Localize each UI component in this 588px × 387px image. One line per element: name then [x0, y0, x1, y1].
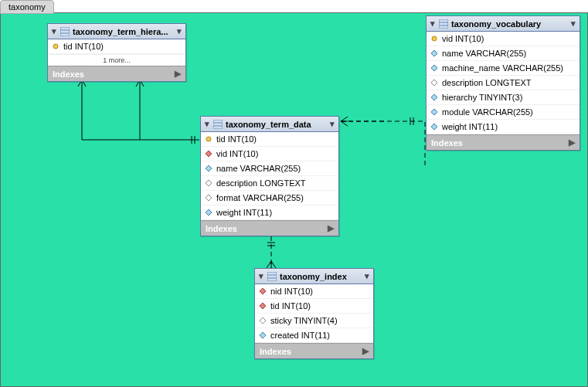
column-label: vid INT(10) — [216, 149, 258, 158]
indexes-label: Indexes — [206, 224, 237, 233]
table-icon — [439, 19, 448, 29]
column-row[interactable]: weight INT(11) — [427, 120, 580, 134]
column-label: tid INT(10) — [63, 42, 104, 51]
column-row[interactable]: tid INT(10) — [48, 39, 185, 54]
menu-icon[interactable]: ▾ — [329, 119, 335, 129]
svg-marker-18 — [431, 65, 437, 71]
indexes-label: Indexes — [53, 70, 84, 79]
column-label: sticky TINYINT(4) — [270, 316, 338, 325]
column-row[interactable]: tid INT(10) — [201, 132, 338, 147]
column-label: description LONGTEXT — [442, 78, 532, 87]
column-row[interactable]: machine_name VARCHAR(255) — [427, 61, 580, 76]
collapse-icon[interactable]: ▾ — [204, 119, 210, 129]
column-row[interactable]: tid INT(10) — [255, 299, 373, 314]
svg-marker-27 — [260, 303, 266, 309]
svg-rect-13 — [439, 19, 448, 29]
svg-marker-19 — [431, 80, 437, 86]
column-row[interactable]: format VARCHAR(255) — [201, 191, 338, 205]
column-label: format VARCHAR(255) — [216, 193, 304, 202]
column-icon — [430, 79, 438, 87]
table-header[interactable]: ▾ taxonomy_vocabulary ▾ — [427, 16, 580, 32]
schema-tab[interactable]: taxonomy — [0, 0, 54, 14]
column-row[interactable]: vid INT(10) — [201, 147, 338, 161]
column-row[interactable]: vid INT(10) — [427, 32, 580, 46]
menu-icon[interactable]: ▾ — [176, 26, 182, 36]
primary-key-icon — [52, 42, 59, 50]
column-row[interactable]: created INT(11) — [255, 328, 373, 343]
column-row[interactable]: description LONGTEXT — [201, 176, 338, 191]
column-icon — [205, 165, 212, 172]
column-row[interactable]: sticky TINYINT(4) — [255, 314, 373, 328]
table-header[interactable]: ▾ taxonomy_term_data ▾ — [201, 117, 338, 132]
column-icon — [205, 209, 212, 216]
column-label: tid INT(10) — [270, 301, 311, 311]
svg-point-16 — [432, 36, 437, 41]
menu-icon[interactable]: ▾ — [364, 271, 370, 281]
column-icon — [430, 123, 438, 131]
collapse-icon[interactable]: ▾ — [51, 26, 57, 36]
svg-marker-9 — [206, 165, 212, 171]
column-row[interactable]: weight INT(11) — [201, 205, 338, 220]
svg-marker-28 — [260, 317, 266, 324]
table-icon — [60, 27, 70, 36]
svg-rect-4 — [213, 120, 223, 129]
svg-marker-11 — [206, 195, 212, 201]
svg-rect-0 — [60, 27, 70, 36]
column-label: tid INT(10) — [216, 134, 257, 144]
indexes-section[interactable]: Indexes ▶ — [255, 343, 373, 358]
table-title: taxonomy_vocabulary — [451, 19, 541, 29]
column-icon — [259, 317, 267, 324]
table-header[interactable]: ▾ taxonomy_index ▾ — [255, 269, 373, 284]
svg-marker-17 — [431, 50, 437, 56]
table-icon — [267, 272, 277, 281]
column-icon — [205, 179, 212, 187]
indexes-section[interactable]: Indexes ▶ — [427, 134, 580, 150]
collapse-icon[interactable]: ▾ — [430, 19, 436, 29]
column-icon — [430, 49, 438, 57]
column-row[interactable]: name VARCHAR(255) — [201, 161, 338, 176]
expand-arrow-icon: ▶ — [569, 137, 575, 148]
table-icon — [213, 120, 223, 129]
indexes-section[interactable]: Indexes ▶ — [48, 66, 185, 81]
indexes-label: Indexes — [260, 347, 291, 356]
column-row[interactable]: description LONGTEXT — [427, 76, 580, 90]
indexes-section[interactable]: Indexes ▶ — [201, 220, 338, 236]
er-canvas[interactable]: ▾ taxonomy_term_hiera... ▾ tid INT(10) 1… — [0, 12, 588, 387]
expand-arrow-icon: ▶ — [328, 223, 334, 233]
svg-rect-23 — [267, 272, 277, 281]
foreign-key-icon — [259, 302, 267, 310]
column-row[interactable]: nid INT(10) — [255, 284, 373, 299]
svg-marker-26 — [260, 288, 266, 294]
more-columns[interactable]: 1 more... — [48, 54, 185, 66]
svg-marker-10 — [206, 180, 212, 186]
table-taxonomy-index[interactable]: ▾ taxonomy_index ▾ nid INT(10) tid INT(1… — [254, 268, 374, 359]
column-row[interactable]: hierarchy TINYINT(3) — [427, 90, 580, 105]
column-label: module VARCHAR(255) — [442, 107, 533, 117]
tab-label: taxonomy — [8, 2, 46, 12]
table-title: taxonomy_index — [280, 272, 347, 281]
table-header[interactable]: ▾ taxonomy_term_hiera... ▾ — [48, 24, 185, 39]
column-label: name VARCHAR(255) — [442, 49, 526, 58]
table-taxonomy-term-data[interactable]: ▾ taxonomy_term_data ▾ tid INT(10) vid I… — [200, 116, 339, 236]
menu-icon[interactable]: ▾ — [570, 19, 576, 29]
svg-marker-12 — [206, 209, 212, 216]
expand-arrow-icon: ▶ — [175, 69, 181, 79]
svg-point-3 — [53, 44, 58, 49]
table-taxonomy-vocabulary[interactable]: ▾ taxonomy_vocabulary ▾ vid INT(10) name… — [426, 15, 580, 151]
svg-marker-21 — [431, 109, 437, 115]
column-label: vid INT(10) — [442, 34, 484, 43]
foreign-key-icon — [259, 287, 267, 295]
svg-marker-20 — [431, 94, 437, 100]
svg-marker-22 — [431, 124, 437, 130]
column-icon — [430, 108, 438, 116]
collapse-icon[interactable]: ▾ — [258, 271, 264, 281]
column-label: description LONGTEXT — [216, 178, 306, 188]
column-icon — [430, 64, 438, 72]
table-taxonomy-term-hierarchy[interactable]: ▾ taxonomy_term_hiera... ▾ tid INT(10) 1… — [47, 23, 186, 82]
column-label: created INT(11) — [270, 331, 330, 340]
column-row[interactable]: module VARCHAR(255) — [427, 105, 580, 120]
column-label: machine_name VARCHAR(255) — [442, 63, 563, 73]
column-icon — [430, 93, 438, 101]
column-row[interactable]: name VARCHAR(255) — [427, 46, 580, 61]
svg-point-7 — [206, 137, 211, 141]
